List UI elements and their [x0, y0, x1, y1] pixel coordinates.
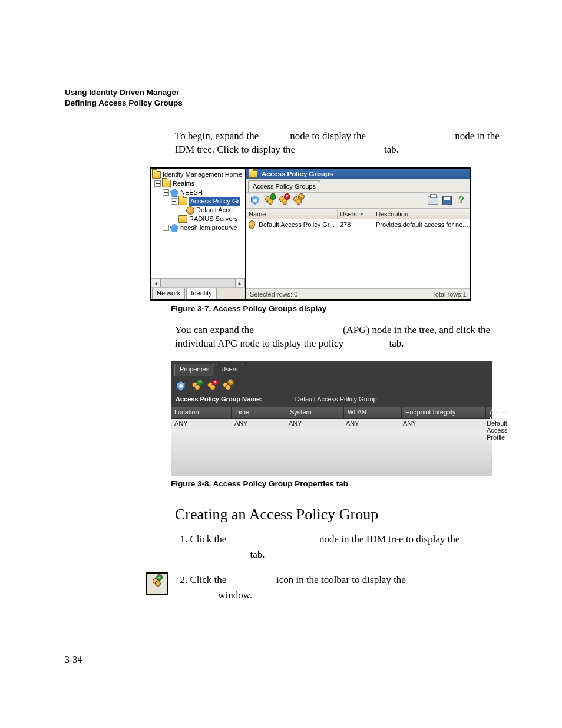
- column-system[interactable]: System: [286, 407, 344, 418]
- column-description[interactable]: Description: [373, 209, 470, 219]
- column-endpoint-integrity[interactable]: Endpoint Integrity: [402, 407, 486, 418]
- refresh-policies-icon[interactable]: [250, 195, 260, 206]
- mid-paragraph: You can expand the Access Policy Group (…: [175, 324, 501, 351]
- tab-access-policy-groups[interactable]: Access Policy Groups: [248, 180, 320, 192]
- folder-open-icon: [152, 171, 161, 179]
- tree-label-selected: Access Policy Gr: [189, 197, 240, 206]
- horizontal-scrollbar[interactable]: ◄ ►: [151, 278, 245, 288]
- refresh-policies-icon[interactable]: [176, 381, 186, 391]
- column-access-profile[interactable]: Access Profile: [486, 407, 514, 418]
- tab-properties[interactable]: Properties: [174, 364, 214, 376]
- help-icon[interactable]: ?: [456, 195, 467, 206]
- text: You can expand the: [175, 324, 256, 335]
- cell-wlan: ANY: [342, 419, 399, 429]
- policy-group-icon: [249, 220, 255, 229]
- tree-node-neesh-idm[interactable]: neesh.idm.procurve: [152, 223, 244, 232]
- properties-tab-name: Properties: [346, 338, 386, 349]
- print-icon[interactable]: [428, 195, 438, 206]
- figure-3-7-caption: Figure 3-7. Access Policy Groups display: [171, 304, 501, 313]
- tab-identity[interactable]: Identity: [186, 288, 216, 299]
- cell-text: Default Access Policy Gr...: [259, 221, 335, 228]
- tree-label: neesh.idm.procurve: [180, 223, 237, 232]
- section-heading: Creating an Access Policy Group: [175, 506, 501, 523]
- delete-policy-icon[interactable]: ×: [278, 195, 289, 206]
- expand-icon[interactable]: [163, 225, 169, 231]
- status-selected-rows: Selected rows: 0: [250, 291, 297, 298]
- cell-endpoint-integrity: ANY: [399, 419, 483, 429]
- cell-system: ANY: [285, 419, 342, 429]
- table-row[interactable]: Default Access Policy Gr... 278 Provides…: [246, 219, 470, 230]
- table-row[interactable]: ANY ANY ANY ANY ANY Default Access Profi…: [171, 419, 492, 429]
- cell-location: ANY: [171, 419, 231, 429]
- text: Click the: [190, 533, 229, 545]
- edit-policy-icon[interactable]: ✎: [292, 195, 303, 206]
- tree-label: Identity Management Home: [163, 170, 242, 179]
- tree-tab-strip: Network Identity: [151, 287, 245, 299]
- realm-node-name: Realm: [262, 130, 287, 141]
- content-pane: Access Policy Groups Access Policy Group…: [246, 169, 470, 299]
- tree-label: Default Acce: [196, 206, 233, 215]
- collapse-icon[interactable]: [163, 189, 169, 196]
- page-number: 3-34: [65, 654, 82, 728]
- cell-time: ANY: [231, 419, 285, 429]
- content-tab-strip: Access Policy Groups: [246, 179, 470, 192]
- delete-rule-icon[interactable]: ×: [206, 381, 217, 391]
- column-name[interactable]: Name: [246, 209, 338, 219]
- collapse-icon[interactable]: [171, 198, 177, 205]
- tab-users[interactable]: Users: [216, 364, 243, 376]
- text: tab.: [389, 338, 404, 349]
- expand-icon[interactable]: [171, 216, 177, 222]
- folder-open-icon: [162, 180, 171, 187]
- text: Click the: [190, 574, 229, 585]
- realm-icon: [170, 189, 178, 197]
- scroll-right-icon[interactable]: ►: [235, 279, 245, 288]
- status-total-rows: Total rows:1: [432, 291, 467, 298]
- policy-group-icon: [186, 206, 194, 215]
- grid-header: Name Users Description: [246, 209, 470, 220]
- text: tab.: [384, 144, 399, 155]
- column-wlan[interactable]: WLAN: [344, 407, 402, 418]
- column-users[interactable]: Users: [338, 209, 373, 219]
- margin-add-policy-icon: +: [146, 572, 168, 595]
- column-location[interactable]: Location: [171, 407, 232, 418]
- tree-node-apg[interactable]: Access Policy Gr: [152, 197, 244, 206]
- collapse-icon[interactable]: [154, 180, 161, 187]
- running-header: Using Identity Driven Manager Defining A…: [65, 87, 501, 108]
- column-time[interactable]: Time: [232, 407, 286, 418]
- tree-node-default-apg[interactable]: Default Acce: [152, 206, 244, 215]
- intro-paragraph: To begin, expand the Realm node to displ…: [175, 130, 501, 157]
- tab-network[interactable]: Network: [152, 288, 185, 299]
- content-title-bar: Access Policy Groups: [246, 169, 470, 179]
- step-1: Click the Access Policy Groups node in t…: [190, 532, 501, 562]
- nav-tree[interactable]: Identity Management Home Realms NEESH: [151, 169, 245, 232]
- cell-access-profile: Default Access Profile: [483, 419, 511, 429]
- properties-tab-strip: Properties Users: [171, 361, 492, 377]
- export-icon[interactable]: [442, 195, 452, 206]
- realm-icon: [170, 224, 178, 232]
- content-toolbar: + × ✎ ?: [246, 192, 470, 209]
- edit-rule-icon[interactable]: ✎: [222, 381, 232, 391]
- rules-grid: Location Time System WLAN Endpoint Integ…: [171, 407, 492, 476]
- cell-users: 278: [338, 219, 373, 230]
- tree-node-realms[interactable]: Realms: [152, 179, 244, 188]
- cell-name: Default Access Policy Gr...: [246, 219, 338, 230]
- tree-label: Realms: [173, 179, 194, 188]
- steps-list: Click the Access Policy Groups node in t…: [175, 532, 501, 602]
- tree-node-radius[interactable]: RADIUS Servers: [152, 215, 244, 223]
- text: node to display the: [290, 130, 368, 141]
- add-rule-icon[interactable]: +: [191, 381, 201, 391]
- footer-rule: [65, 638, 501, 638]
- text: To begin, expand the: [175, 130, 262, 141]
- apg-node-name: Access Policy Groups: [229, 533, 317, 545]
- apg-name-row: Access Policy Group Name: Default Access…: [171, 394, 492, 406]
- figure-3-8: Properties Users + × ✎ Access Policy Gro…: [171, 361, 492, 476]
- cell-description: Provides default access for ne...: [373, 219, 470, 230]
- apg-tab-name: Access Policy Group: [297, 144, 382, 155]
- add-policy-icon[interactable]: +: [264, 195, 275, 206]
- tree-node-neesh[interactable]: NEESH: [152, 188, 244, 197]
- scroll-left-icon[interactable]: ◄: [151, 279, 161, 288]
- text: window.: [218, 589, 252, 601]
- apg-name-value: Default Access Policy Group: [295, 396, 377, 403]
- nav-tree-pane: Identity Management Home Realms NEESH: [151, 169, 246, 299]
- figure-3-8-caption: Figure 3-8. Access Policy Group Properti…: [171, 479, 501, 488]
